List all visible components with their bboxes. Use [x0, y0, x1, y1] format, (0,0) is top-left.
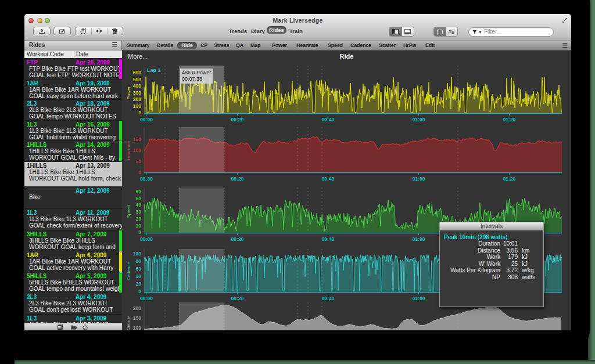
- svg-text:00:40: 00:40: [322, 236, 335, 242]
- svg-text:100: 100: [133, 103, 141, 109]
- svg-text:400: 400: [133, 83, 141, 89]
- svg-text:200: 200: [133, 96, 141, 102]
- svg-text:50: 50: [136, 196, 142, 201]
- svg-text:100: 100: [133, 325, 141, 330]
- svg-text:00:20: 00:20: [231, 295, 244, 301]
- svg-text:0: 0: [138, 110, 141, 116]
- svg-text:500: 500: [133, 77, 141, 82]
- svg-text:00:00: 00:00: [140, 295, 153, 301]
- svg-text:00:20: 00:20: [231, 236, 244, 242]
- svg-text:486.0 Power: 486.0 Power: [182, 70, 212, 75]
- svg-text:00:20: 00:20: [231, 117, 244, 122]
- svg-text:20: 20: [136, 216, 142, 222]
- svg-text:40: 40: [136, 273, 142, 279]
- svg-text:80: 80: [136, 258, 142, 264]
- svg-text:00:20: 00:20: [231, 176, 244, 182]
- svg-text:01:00: 01:00: [413, 117, 425, 122]
- svg-text:01:00: 01:00: [413, 236, 425, 242]
- svg-text:0: 0: [138, 289, 141, 294]
- svg-text:30: 30: [136, 209, 142, 215]
- svg-text:50: 50: [136, 158, 142, 164]
- svg-text:60: 60: [136, 189, 142, 194]
- svg-text:01:00: 01:00: [413, 176, 425, 182]
- svg-text:00:00: 00:00: [140, 236, 153, 242]
- svg-text:00:00: 00:00: [140, 117, 153, 122]
- svg-text:100: 100: [133, 147, 141, 153]
- svg-text:150: 150: [133, 315, 141, 321]
- svg-text:200: 200: [133, 305, 141, 311]
- svg-text:00:40: 00:40: [322, 176, 335, 182]
- svg-text:01:20: 01:20: [503, 117, 516, 122]
- svg-text:01:20: 01:20: [503, 176, 516, 182]
- svg-text:20: 20: [136, 281, 142, 287]
- svg-text:0: 0: [138, 229, 141, 235]
- svg-text:00:07:38: 00:07:38: [182, 76, 202, 82]
- svg-text:00:00: 00:00: [140, 176, 153, 182]
- svg-text:150: 150: [133, 136, 141, 142]
- svg-text:00:40: 00:40: [322, 295, 335, 301]
- svg-text:Speed: Speed: [126, 204, 131, 218]
- svg-text:300: 300: [133, 90, 141, 96]
- svg-text:0: 0: [138, 170, 141, 175]
- svg-text:100: 100: [133, 251, 141, 257]
- svg-text:Lap 1: Lap 1: [147, 67, 161, 73]
- svg-text:01:00: 01:00: [413, 295, 425, 301]
- svg-text:60: 60: [136, 266, 142, 272]
- svg-text:Heartrate: Heartrate: [126, 140, 131, 160]
- svg-text:Altitude: Altitude: [126, 315, 131, 330]
- svg-text:Cadence: Cadence: [126, 261, 131, 280]
- svg-text:40: 40: [136, 202, 142, 208]
- svg-text:10: 10: [136, 223, 142, 229]
- svg-text:600: 600: [133, 70, 141, 75]
- svg-text:Power: Power: [126, 86, 131, 99]
- svg-text:00:40: 00:40: [322, 117, 335, 122]
